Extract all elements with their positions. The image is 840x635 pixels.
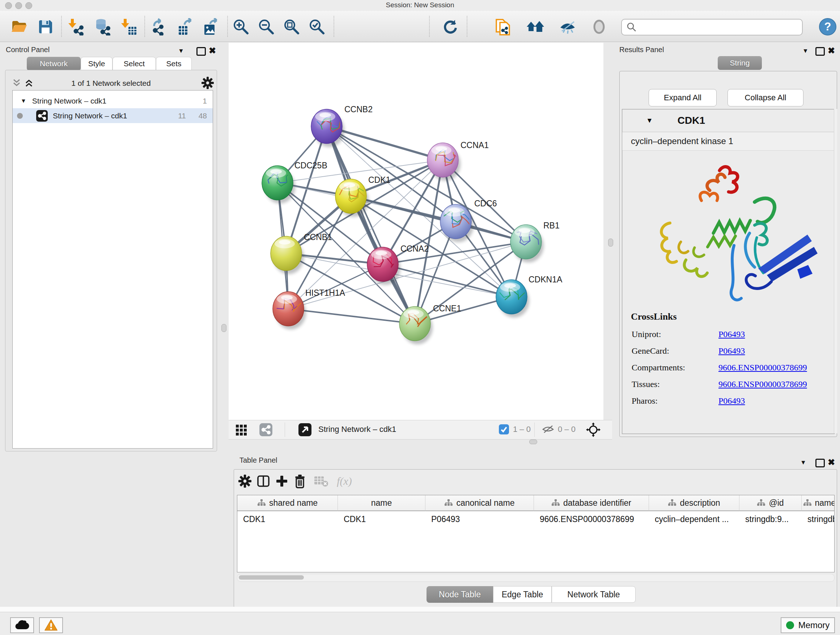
delete-column-button[interactable]	[294, 474, 306, 488]
import-network-from-file-button[interactable]	[66, 17, 85, 36]
right-splitter-grip[interactable]	[608, 239, 613, 247]
tab-select[interactable]: Select	[112, 57, 156, 71]
cloud-status-button[interactable]	[10, 617, 34, 633]
help-button[interactable]: ?	[819, 18, 836, 35]
neighbors-button[interactable]	[526, 17, 545, 36]
export-network-button[interactable]	[150, 17, 169, 36]
table-panel-menu-button[interactable]: ▼	[800, 459, 806, 466]
control-panel-menu-button[interactable]: ▼	[178, 48, 184, 55]
table-cell[interactable]: CDK1	[237, 512, 338, 526]
crosslink-link[interactable]: 9606.ENSP00000378699	[718, 363, 807, 372]
table-panel-close-button[interactable]: ✖	[828, 457, 835, 467]
node-RB1[interactable]	[510, 225, 544, 263]
tab-sets[interactable]: Sets	[156, 57, 192, 71]
import-table-from-file-button[interactable]	[119, 17, 138, 36]
birdseye-view-button[interactable]	[298, 423, 312, 437]
grid-view-button[interactable]	[235, 423, 248, 436]
table-cell[interactable]: cyclin–dependent ...	[649, 512, 739, 526]
gene-header-row[interactable]: ▼ CDK1	[622, 109, 834, 132]
zoom-in-button[interactable]	[232, 17, 250, 36]
function-builder-button-disabled[interactable]: f(x)	[337, 475, 352, 487]
node-HIST1H1A[interactable]	[273, 292, 306, 330]
collapse-entry-icon[interactable]: ▼	[646, 117, 653, 125]
hide-selected-button[interactable]	[559, 17, 577, 36]
show-columns-button[interactable]	[256, 474, 270, 488]
column-header-namespace[interactable]: namespace	[802, 495, 835, 511]
results-scrollbar[interactable]	[834, 109, 837, 433]
node-CDK1[interactable]	[335, 179, 369, 217]
column-header-shared-name[interactable]: shared name	[237, 495, 338, 511]
expand-all-button[interactable]: Expand All	[649, 89, 717, 106]
table-cell[interactable]: P06493	[425, 512, 534, 526]
bottom-splitter-grip[interactable]	[529, 440, 537, 444]
search-input[interactable]	[621, 19, 803, 35]
string-network-graph[interactable]: CCNB2CCNA1CDC25BCDK1CDC6RB1CCNB1CCNA2CDK…	[229, 43, 603, 420]
table-cell[interactable]: stringdb	[802, 512, 835, 526]
network-row-selected[interactable]: String Network – cdk1 11 48	[13, 108, 213, 123]
hidden-counts-indicator[interactable]: 0 – 0	[542, 424, 576, 435]
results-panel-menu-button[interactable]: ▼	[802, 48, 808, 55]
import-network-from-database-button[interactable]	[93, 17, 112, 36]
column-header-description[interactable]: description	[649, 495, 739, 511]
tab-select-label: Select	[124, 59, 145, 68]
delete-table-button-disabled[interactable]	[314, 475, 329, 487]
apply-layout-button[interactable]	[441, 17, 460, 36]
node-CDKN1A[interactable]	[496, 280, 529, 318]
node-CCNB2[interactable]	[311, 109, 344, 147]
memory-button[interactable]: Memory	[781, 617, 835, 633]
crosslink-link[interactable]: P06493	[718, 329, 745, 339]
node-CDC25B[interactable]	[262, 166, 295, 204]
column-header-canonical-name[interactable]: canonical name	[425, 495, 534, 511]
fit-content-button[interactable]	[282, 17, 301, 36]
tab-string-results[interactable]: String	[718, 56, 762, 70]
column-header--id[interactable]: @id	[739, 495, 802, 511]
tab-edge-table[interactable]: Edge Table	[493, 586, 552, 603]
node-table[interactable]: shared namenamecanonical namedatabase id…	[237, 495, 835, 572]
collapse-all-button[interactable]: Collapse All	[728, 89, 804, 106]
tree-expander-icon[interactable]: ▼	[21, 98, 27, 104]
crosslink-link[interactable]: P06493	[718, 396, 745, 406]
open-session-button[interactable]	[10, 17, 28, 36]
tab-node-table[interactable]: Node Table	[426, 586, 493, 603]
column-header-database-identifier[interactable]: database identifier	[534, 495, 649, 511]
table-cell[interactable]: 9606.ENSP00000378699	[534, 512, 649, 526]
tab-style[interactable]: Style	[81, 57, 112, 71]
network-snapshot-button[interactable]	[493, 17, 512, 36]
zoom-selected-button[interactable]	[308, 17, 326, 36]
network-badge-button[interactable]	[259, 423, 273, 437]
control-panel-float-button[interactable]	[196, 47, 206, 57]
control-panel-close-button[interactable]: ✖	[209, 46, 216, 56]
window-title: Session: New Session	[0, 1, 840, 9]
zoom-out-button[interactable]	[257, 17, 276, 36]
edge-HIST1H1A-CCNE1[interactable]	[288, 309, 415, 324]
network-collection-row[interactable]: ▼ String Network – cdk1 1	[13, 93, 213, 108]
add-column-button[interactable]	[275, 475, 288, 488]
table-cell[interactable]: CDK1	[338, 512, 425, 526]
tab-network[interactable]: Network	[27, 57, 81, 71]
table-panel-float-button[interactable]	[815, 459, 825, 469]
export-image-button[interactable]	[202, 17, 220, 36]
results-panel-float-button[interactable]	[815, 47, 825, 57]
tab-network-table[interactable]: Network Table	[552, 586, 636, 603]
network-view-canvas[interactable]: CCNB2CCNA1CDC25BCDK1CDC6RB1CCNB1CCNA2CDK…	[229, 43, 603, 420]
network-options-button[interactable]	[202, 77, 214, 89]
warnings-button[interactable]	[39, 617, 63, 633]
node-CCNA1[interactable]	[427, 143, 461, 181]
edge-CCNA2-CDKN1A[interactable]	[383, 264, 512, 297]
node-CCNE1[interactable]	[399, 307, 433, 345]
crosslink-link[interactable]: P06493	[718, 346, 745, 356]
column-header-name[interactable]: name	[338, 495, 425, 511]
table-options-button[interactable]	[238, 475, 251, 488]
export-table-button[interactable]	[176, 17, 195, 36]
show-hidden-button[interactable]	[590, 17, 608, 36]
table-hscrollbar-thumb[interactable]	[239, 575, 304, 580]
save-session-button[interactable]	[36, 17, 55, 36]
table-cell[interactable]: stringdb:9...	[739, 512, 802, 526]
node-label-CCNB2: CCNB2	[344, 105, 373, 114]
fit-selected-button[interactable]	[586, 423, 600, 437]
results-panel-close-button[interactable]: ✖	[828, 46, 835, 56]
crosslink-link[interactable]: 9606.ENSP00000378699	[718, 379, 807, 389]
selected-counts-indicator[interactable]: 1 – 0	[499, 424, 531, 435]
left-splitter-grip[interactable]	[221, 324, 226, 332]
table-hscrollbar[interactable]	[237, 574, 835, 582]
